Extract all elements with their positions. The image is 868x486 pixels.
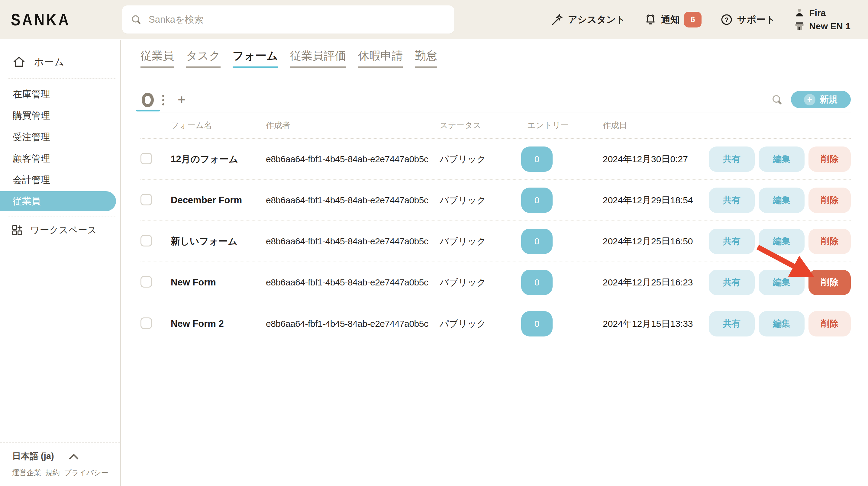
sidebar-divider <box>8 217 116 217</box>
footer-link-company[interactable]: 運営企業 <box>12 468 41 478</box>
table-row: 新しいフォーム e8b6aa64-fbf1-4b45-84ab-e2e7447a… <box>141 221 851 262</box>
sidebar: ホーム 在庫管理 購買管理 受注管理 顧客管理 会計管理 従業員 ワークスペース… <box>0 40 121 486</box>
topbar: SANKA アシスタント <box>0 0 868 39</box>
circle-view-icon <box>142 93 154 107</box>
form-creator: e8b6aa64-fbf1-4b45-84ab-e2e7447a0b5c <box>266 236 440 247</box>
support-button[interactable]: ? サポート <box>720 13 775 26</box>
share-button[interactable]: 共有 <box>709 270 755 295</box>
header-creator: 作成者 <box>266 120 440 131</box>
view-tab-active[interactable] <box>141 93 159 110</box>
view-toolbar: + + 新規 <box>141 91 851 112</box>
user-menu[interactable]: Fira New EN 1 <box>794 7 850 32</box>
entries-badge: 0 <box>521 311 553 336</box>
notifications-button[interactable]: 通知 6 <box>644 12 702 28</box>
form-created-date: 2024年12月29日18:54 <box>603 194 709 206</box>
form-created-date: 2024年12月15日13:33 <box>603 318 709 330</box>
new-form-button[interactable]: + 新規 <box>791 91 851 108</box>
global-search[interactable] <box>122 5 455 34</box>
main-content: 従業員 タスク フォーム 従業員評価 休暇申請 勤怠 + + <box>121 40 868 486</box>
table-search-icon[interactable] <box>771 94 783 106</box>
form-creator: e8b6aa64-fbf1-4b45-84ab-e2e7447a0b5c <box>266 319 440 329</box>
form-created-date: 2024年12月30日0:27 <box>603 153 709 165</box>
row-checkbox[interactable] <box>141 194 152 205</box>
sidebar-item-customers[interactable]: 顧客管理 <box>0 148 120 169</box>
tab-employees[interactable]: 従業員 <box>141 48 174 68</box>
svg-text:?: ? <box>724 16 728 24</box>
entries-badge: 0 <box>521 147 553 172</box>
delete-button[interactable]: 削除 <box>808 147 851 172</box>
form-status: パブリック <box>440 277 521 289</box>
sidebar-item-inventory[interactable]: 在庫管理 <box>0 84 120 105</box>
sidebar-item-accounting[interactable]: 会計管理 <box>0 169 120 191</box>
row-checkbox[interactable] <box>141 318 152 329</box>
edit-button[interactable]: 編集 <box>758 147 805 172</box>
entries-badge: 0 <box>521 270 553 295</box>
workspace-name: New EN 1 <box>809 21 850 31</box>
form-creator: e8b6aa64-fbf1-4b45-84ab-e2e7447a0b5c <box>266 154 440 164</box>
kebab-icon[interactable] <box>162 95 164 105</box>
share-button[interactable]: 共有 <box>709 188 755 213</box>
table-row: New Form e8b6aa64-fbf1-4b45-84ab-e2e7447… <box>141 262 851 303</box>
sidebar-divider <box>8 78 116 78</box>
table-header: フォーム名 作成者 ステータス エントリー 作成日 <box>141 112 851 139</box>
chevron-up-icon <box>69 453 79 460</box>
user-row[interactable]: Fira <box>794 7 850 19</box>
notifications-label: 通知 <box>661 13 680 26</box>
footer-link-terms[interactable]: 規約 <box>45 468 60 478</box>
form-name[interactable]: New Form 2 <box>171 318 266 329</box>
delete-button[interactable]: 削除 <box>808 311 851 336</box>
row-checkbox[interactable] <box>141 276 152 288</box>
share-button[interactable]: 共有 <box>709 147 755 172</box>
sidebar-item-employees[interactable]: 従業員 <box>0 191 116 211</box>
delete-button-highlighted[interactable]: 削除 <box>808 270 851 295</box>
table-row: 12月のフォーム e8b6aa64-fbf1-4b45-84ab-e2e7447… <box>141 139 851 180</box>
form-creator: e8b6aa64-fbf1-4b45-84ab-e2e7447a0b5c <box>266 277 440 288</box>
sidebar-item-home[interactable]: ホーム <box>0 51 120 72</box>
form-name[interactable]: 新しいフォーム <box>171 235 266 248</box>
sidebar-item-purchasing[interactable]: 購買管理 <box>0 105 120 126</box>
sidebar-workspace-label: ワークスペース <box>30 224 97 236</box>
footer-link-privacy[interactable]: プライバシー <box>64 468 108 478</box>
edit-button[interactable]: 編集 <box>758 270 805 295</box>
form-name[interactable]: 12月のフォーム <box>171 153 266 165</box>
home-icon <box>12 55 26 69</box>
form-status: パブリック <box>440 194 521 206</box>
plus-icon: + <box>804 94 815 105</box>
tab-tasks[interactable]: タスク <box>186 48 221 68</box>
edit-button[interactable]: 編集 <box>758 311 805 336</box>
brand-logo: SANKA <box>0 10 121 29</box>
edit-button[interactable]: 編集 <box>758 229 805 254</box>
form-created-date: 2024年12月25日16:23 <box>603 277 709 289</box>
sidebar-item-orders[interactable]: 受注管理 <box>0 126 120 148</box>
table-row: December Form e8b6aa64-fbf1-4b45-84ab-e2… <box>141 180 851 221</box>
form-name[interactable]: December Form <box>171 195 266 206</box>
share-button[interactable]: 共有 <box>709 229 755 254</box>
language-selector[interactable]: 日本語 (ja) <box>12 450 120 462</box>
header-entries: エントリー <box>521 120 603 131</box>
row-checkbox[interactable] <box>141 235 152 247</box>
row-checkbox[interactable] <box>141 153 152 164</box>
search-input[interactable] <box>149 14 446 25</box>
tab-attendance[interactable]: 勤怠 <box>415 48 437 68</box>
question-icon: ? <box>720 13 733 26</box>
tab-leave-requests[interactable]: 休暇申請 <box>358 48 403 68</box>
delete-button[interactable]: 削除 <box>808 188 851 213</box>
sidebar-item-workspace[interactable]: ワークスペース <box>0 220 120 241</box>
tab-forms[interactable]: フォーム <box>232 48 278 68</box>
wand-icon <box>551 13 564 26</box>
assistant-label: アシスタント <box>568 13 625 26</box>
assistant-button[interactable]: アシスタント <box>551 13 625 26</box>
sidebar-nav-list: 在庫管理 購買管理 受注管理 顧客管理 会計管理 従業員 <box>0 84 120 211</box>
tab-evaluations[interactable]: 従業員評価 <box>290 48 346 68</box>
entries-badge: 0 <box>521 229 553 254</box>
user-name: Fira <box>809 8 826 18</box>
form-name[interactable]: New Form <box>171 277 266 288</box>
share-button[interactable]: 共有 <box>709 311 755 336</box>
delete-button[interactable]: 削除 <box>808 229 851 254</box>
workspace-row[interactable]: New EN 1 <box>794 21 850 32</box>
add-view-button[interactable]: + <box>178 93 186 107</box>
edit-button[interactable]: 編集 <box>758 188 805 213</box>
table-body: 12月のフォーム e8b6aa64-fbf1-4b45-84ab-e2e7447… <box>141 139 851 344</box>
table-row: New Form 2 e8b6aa64-fbf1-4b45-84ab-e2e74… <box>141 303 851 344</box>
language-label: 日本語 (ja) <box>12 450 54 462</box>
